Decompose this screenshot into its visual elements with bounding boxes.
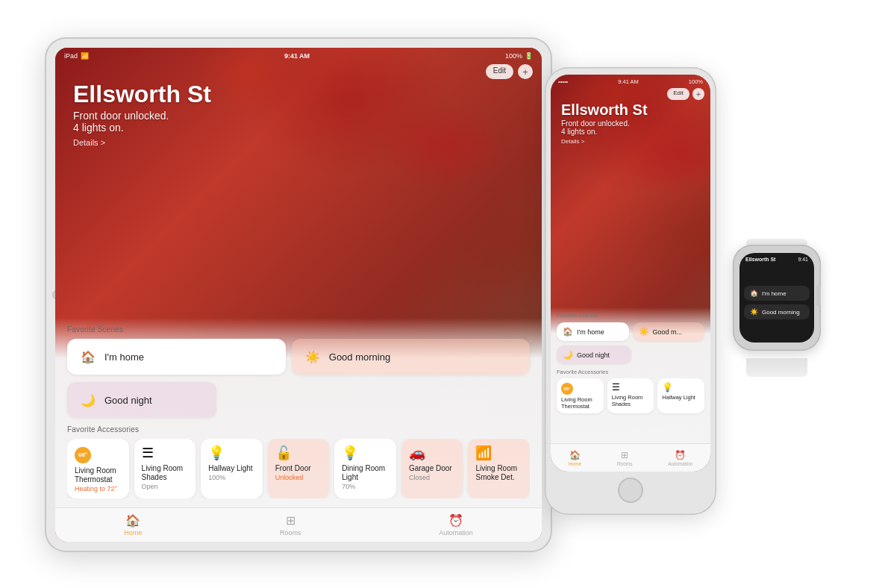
hallway-light-name: Hallway Light xyxy=(208,464,255,473)
shades-name: Living Room Shades xyxy=(142,464,189,482)
tab-rooms[interactable]: ⊞ Rooms xyxy=(280,513,301,537)
iphone-light-name: Hallway Light xyxy=(662,394,700,401)
iphone-home-tab-label: Home xyxy=(569,461,581,466)
iphone-battery: 100% xyxy=(689,78,703,85)
watch-good-morning-label: Good morning xyxy=(762,309,800,316)
iphone-shades-icon: ☰ xyxy=(612,382,650,392)
im-home-label: I'm home xyxy=(104,351,144,363)
front-door-status: Unlocked xyxy=(275,474,322,481)
iphone-acc-light[interactable]: 💡 Hallway Light xyxy=(657,378,704,413)
iphone-scenes-label: Favorite Scenes xyxy=(557,312,704,319)
status-left: iPad 📶 xyxy=(64,52,89,60)
garage-icon: 🚗 xyxy=(409,445,456,461)
wifi-icon: 📶 xyxy=(81,52,89,60)
accessory-front-door[interactable]: 🔓 Front Door Unlocked xyxy=(268,439,330,498)
iphone-add-button[interactable]: + xyxy=(692,88,704,100)
tab-automation[interactable]: ⏰ Automation xyxy=(439,513,473,537)
watch-screen: Ellsworth St 9:41 🏠 I'm home ☀️ Good mor… xyxy=(739,253,814,343)
home-tab-icon: 🏠 xyxy=(125,513,140,528)
good-morning-icon: ☀️ xyxy=(302,346,323,367)
watch-device: Ellsworth St 9:41 🏠 I'm home ☀️ Good mor… xyxy=(725,239,836,377)
iphone-tab-rooms[interactable]: ⊞ Rooms xyxy=(617,450,633,466)
iphone-acc-row: 68° Living Room Thermostat ☰ Living Room… xyxy=(557,378,704,413)
accessories-row: 68° Living Room Thermostat Heating to 72… xyxy=(67,439,530,498)
iphone-device: ••••• 9:41 AM 100% Edit + Ellsworth St F… xyxy=(545,67,716,515)
shades-status: Open xyxy=(142,483,189,490)
iphone-accessories-label: Favorite Accessories xyxy=(557,369,704,375)
dining-light-status: 70% xyxy=(342,483,389,490)
iphone-scene-im-home[interactable]: 🏠 I'm home xyxy=(557,322,629,341)
iphone-good-night-card[interactable]: 🌙 Good night xyxy=(557,345,631,364)
favorite-accessories-label: Favorite Accessories xyxy=(67,425,530,434)
watch-title-small: Ellsworth St xyxy=(745,257,775,262)
ipad-screen: iPad 📶 9:41 AM 100% 🔋 Edit + Ellsworth S… xyxy=(55,48,542,542)
iphone-details-link[interactable]: Details > xyxy=(561,138,648,145)
scene-card-good-morning[interactable]: ☀️ Good morning xyxy=(292,339,530,375)
iphone-tab-automation[interactable]: ⏰ Automation xyxy=(668,450,692,466)
iphone-rooms-tab-icon: ⊞ xyxy=(621,450,628,460)
thermostat-name: Living Room Thermostat xyxy=(75,466,122,484)
ipad-home-subtitle: Front door unlocked.4 lights on. xyxy=(73,110,211,134)
ipad-edit-button[interactable]: Edit xyxy=(486,64,513,79)
hallway-light-icon: 💡 xyxy=(208,445,255,461)
iphone-scenes-row: 🏠 I'm home ☀️ Good m... xyxy=(557,322,704,341)
iphone-status-bar: ••••• 9:41 AM 100% xyxy=(551,75,710,88)
accessory-smoke[interactable]: 📶 Living Room Smoke Det. xyxy=(468,439,530,498)
ipad-top-controls: Edit + xyxy=(486,64,533,79)
ipad-label: iPad xyxy=(64,52,78,60)
battery-icon: 🔋 xyxy=(525,52,533,60)
scene-card-good-night[interactable]: 🌙 Good night xyxy=(67,382,216,418)
iphone-time: 9:41 AM xyxy=(618,78,639,85)
watch-band-bottom xyxy=(746,358,807,377)
status-right: 100% 🔋 xyxy=(505,52,533,60)
ipad-home-title: Ellsworth St xyxy=(73,81,211,108)
iphone-good-night-label: Good night xyxy=(577,351,610,359)
good-night-label: Good night xyxy=(104,395,152,406)
scenes-row-1: 🏠 I'm home ☀️ Good morning xyxy=(67,339,530,375)
watch-item-good-morning[interactable]: ☀️ Good morning xyxy=(744,304,810,319)
ipad-header: Ellsworth St Front door unlocked.4 light… xyxy=(73,81,211,147)
iphone-tab-home[interactable]: 🏠 Home xyxy=(569,450,581,466)
iphone-good-night-icon: 🌙 xyxy=(563,350,573,360)
iphone-im-home-icon: 🏠 xyxy=(563,327,573,337)
iphone-acc-shades[interactable]: ☰ Living Room Shades xyxy=(607,378,654,413)
thermostat-icon: 68° xyxy=(75,445,122,463)
accessory-hallway-light[interactable]: 💡 Hallway Light 100% xyxy=(201,439,263,498)
iphone-tabbar: 🏠 Home ⊞ Rooms ⏰ Automation xyxy=(551,443,710,472)
iphone-good-morning-icon: ☀️ xyxy=(639,327,649,337)
accessory-shades[interactable]: ☰ Living Room Shades Open xyxy=(134,439,196,498)
accessory-dining-light[interactable]: 💡 Dining Room Light 70% xyxy=(334,439,396,498)
iphone-automation-tab-icon: ⏰ xyxy=(675,450,686,460)
accessory-garage[interactable]: 🚗 Garage Door Closed xyxy=(401,439,463,498)
iphone-home-button[interactable] xyxy=(618,478,643,503)
accessory-thermostat[interactable]: 68° Living Room Thermostat Heating to 72… xyxy=(67,439,129,498)
iphone-scene-good-morning[interactable]: ☀️ Good m... xyxy=(633,322,705,341)
watch-item-im-home[interactable]: 🏠 I'm home xyxy=(744,286,810,301)
watch-crown[interactable] xyxy=(816,285,821,306)
watch-status-bar: Ellsworth St 9:41 xyxy=(739,253,814,265)
watch-im-home-label: I'm home xyxy=(762,290,786,297)
watch-good-morning-icon: ☀️ xyxy=(750,308,758,316)
front-door-name: Front Door xyxy=(275,464,322,473)
dining-light-name: Dining Room Light xyxy=(342,464,389,482)
smoke-icon: 📶 xyxy=(475,445,522,461)
iphone-acc-thermostat[interactable]: 68° Living Room Thermostat xyxy=(557,378,604,413)
automation-tab-icon: ⏰ xyxy=(448,513,463,528)
ipad-details-link[interactable]: Details > xyxy=(73,138,211,147)
hallway-light-status: 100% xyxy=(208,474,255,481)
scenes-row-2: 🌙 Good night xyxy=(67,382,530,418)
ipad-add-button[interactable]: + xyxy=(518,64,533,79)
garage-status: Closed xyxy=(409,474,456,481)
iphone-edit-button[interactable]: Edit xyxy=(667,88,689,100)
scene-card-im-home[interactable]: 🏠 I'm home xyxy=(67,339,286,375)
battery-status: 100% xyxy=(505,52,522,60)
smoke-name: Living Room Smoke Det. xyxy=(475,464,522,482)
thermostat-status: Heating to 72° xyxy=(75,485,122,492)
iphone-top-controls: Edit + xyxy=(667,88,704,100)
iphone-screen: ••••• 9:41 AM 100% Edit + Ellsworth St F… xyxy=(551,75,710,472)
tab-home[interactable]: 🏠 Home xyxy=(124,513,142,537)
front-door-icon: 🔓 xyxy=(275,445,322,461)
iphone-header: Ellsworth St Front door unlocked.4 light… xyxy=(561,101,648,145)
garage-name: Garage Door xyxy=(409,464,456,473)
thermostat-ring: 68° xyxy=(75,447,91,463)
